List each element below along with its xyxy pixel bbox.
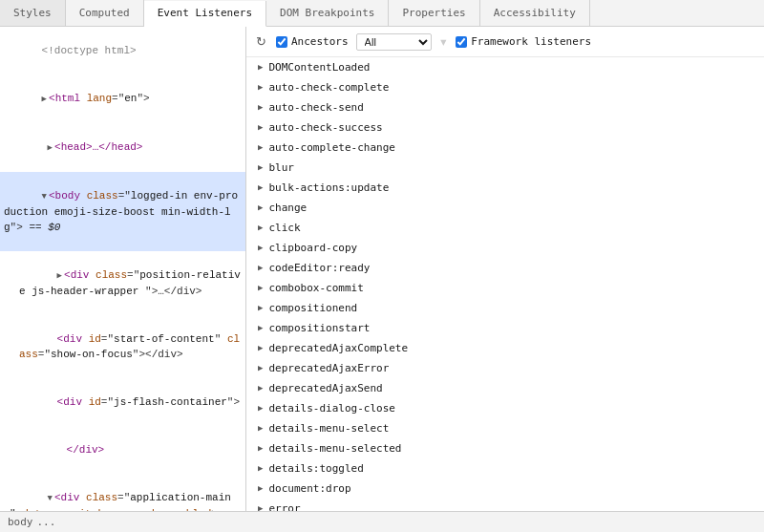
tab-properties[interactable]: Properties	[389, 0, 479, 26]
event-list-item[interactable]: ▶details-dialog-close	[246, 398, 764, 418]
triangle-icon: ▶	[258, 320, 263, 336]
dom-html[interactable]: ▶<html lang="en">	[0, 74, 245, 123]
refresh-button[interactable]: ↻	[254, 32, 268, 51]
event-toolbar: ↻ Ancestors All Ancestors ▾ Framework li…	[246, 27, 764, 57]
triangle-icon: ▶	[258, 360, 263, 376]
triangle-icon: ▶	[258, 139, 263, 156]
triangle-icon: ▶	[258, 300, 263, 316]
dom-start-of-content[interactable]: <div id="start-of-content" class="show-o…	[0, 315, 245, 378]
dom-body[interactable]: ▼<body class="logged-in env-production e…	[0, 172, 245, 251]
tab-styles[interactable]: Styles	[0, 0, 66, 26]
event-list-item[interactable]: ▶compositionstart	[246, 318, 764, 338]
filter-dropdown[interactable]: All Ancestors	[356, 33, 432, 51]
ancestors-label: Ancestors	[291, 35, 349, 48]
event-list-item[interactable]: ▶auto-check-success	[246, 117, 764, 138]
dom-app-main[interactable]: ▼<div class="application-main " data-com…	[0, 474, 245, 511]
tab-accessibility[interactable]: Accessibility	[480, 0, 590, 26]
triangle-icon: ▶	[42, 95, 47, 104]
triangle-icon: ▶	[258, 240, 263, 256]
dom-header-wrapper[interactable]: ▶<div class="position-relative js-header…	[0, 251, 245, 315]
main-content: <!doctype html> ▶<html lang="en"> ▶<head…	[0, 27, 764, 511]
status-bar: body ...	[0, 511, 764, 532]
dom-panel[interactable]: <!doctype html> ▶<html lang="en"> ▶<head…	[0, 27, 246, 511]
triangle-icon: ▶	[258, 460, 263, 477]
tab-event-listeners[interactable]: Event Listeners	[144, 1, 266, 27]
event-list-item[interactable]: ▶deprecatedAjaxError	[246, 358, 764, 378]
triangle-icon: ▶	[258, 500, 263, 511]
framework-checkbox[interactable]	[456, 36, 467, 48]
triangle-icon: ▶	[258, 59, 263, 75]
dom-doctype[interactable]: <!doctype html>	[0, 27, 245, 74]
ancestors-checkbox-label[interactable]: Ancestors	[276, 35, 349, 48]
triangle-icon: ▶	[258, 420, 263, 436]
event-panel: ↻ Ancestors All Ancestors ▾ Framework li…	[246, 27, 764, 511]
triangle-icon: ▼	[42, 192, 47, 202]
event-list-item[interactable]: ▶auto-check-complete	[246, 77, 764, 97]
event-list[interactable]: ▶DOMContentLoaded▶auto-check-complete▶au…	[246, 57, 764, 511]
event-list-item[interactable]: ▶deprecatedAjaxSend	[246, 378, 764, 398]
divider: ▾	[439, 32, 449, 51]
event-list-item[interactable]: ▶document:drop	[246, 479, 764, 499]
event-list-item[interactable]: ▶bulk-actions:update	[246, 178, 764, 198]
triangle-icon: ▶	[258, 79, 263, 96]
triangle-icon: ▶	[258, 99, 263, 116]
triangle-icon: ▶	[258, 340, 263, 356]
event-list-item[interactable]: ▶change	[246, 198, 764, 218]
triangle-icon: ▼	[48, 494, 53, 503]
status-body: body	[8, 516, 33, 528]
triangle-icon: ▶	[258, 180, 263, 196]
event-list-item[interactable]: ▶DOMContentLoaded	[246, 57, 764, 77]
dom-flash-container[interactable]: <div id="js-flash-container">	[0, 378, 245, 426]
event-list-item[interactable]: ▶clipboard-copy	[246, 238, 764, 258]
framework-label: Framework listeners	[471, 35, 591, 48]
event-list-item[interactable]: ▶blur	[246, 158, 764, 178]
triangle-icon: ▶	[57, 271, 62, 281]
triangle-icon: ▶	[258, 280, 263, 296]
event-list-item[interactable]: ▶details:toggled	[246, 458, 764, 479]
triangle-icon: ▶	[258, 440, 263, 457]
tab-computed[interactable]: Computed	[66, 0, 144, 26]
event-list-item[interactable]: ▶details-menu-selected	[246, 438, 764, 458]
event-list-item[interactable]: ▶auto-complete-change	[246, 138, 764, 158]
triangle-icon: ▶	[258, 119, 263, 136]
event-list-item[interactable]: ▶error	[246, 499, 764, 511]
status-ellipsis: ...	[37, 516, 56, 528]
tab-dom-breakpoints[interactable]: DOM Breakpoints	[266, 0, 389, 26]
triangle-icon: ▶	[258, 480, 263, 497]
dom-flash-close[interactable]: </div>	[0, 426, 245, 474]
framework-checkbox-label[interactable]: Framework listeners	[456, 35, 591, 48]
triangle-icon: ▶	[48, 143, 53, 153]
triangle-icon: ▶	[258, 400, 263, 416]
triangle-icon: ▶	[258, 160, 263, 176]
triangle-icon: ▶	[258, 220, 263, 236]
event-list-item[interactable]: ▶click	[246, 218, 764, 238]
event-list-item[interactable]: ▶auto-check-send	[246, 97, 764, 117]
event-list-item[interactable]: ▶codeEditor:ready	[246, 258, 764, 278]
triangle-icon: ▶	[258, 260, 263, 276]
event-list-item[interactable]: ▶details-menu-select	[246, 418, 764, 438]
dom-head[interactable]: ▶<head>…</head>	[0, 123, 245, 172]
triangle-icon: ▶	[258, 200, 263, 216]
tab-bar: Styles Computed Event Listeners DOM Brea…	[0, 0, 764, 27]
event-list-item[interactable]: ▶combobox-commit	[246, 278, 764, 298]
event-list-item[interactable]: ▶deprecatedAjaxComplete	[246, 338, 764, 358]
event-list-item[interactable]: ▶compositionend	[246, 298, 764, 318]
ancestors-checkbox[interactable]	[276, 36, 287, 48]
triangle-icon: ▶	[258, 380, 263, 396]
